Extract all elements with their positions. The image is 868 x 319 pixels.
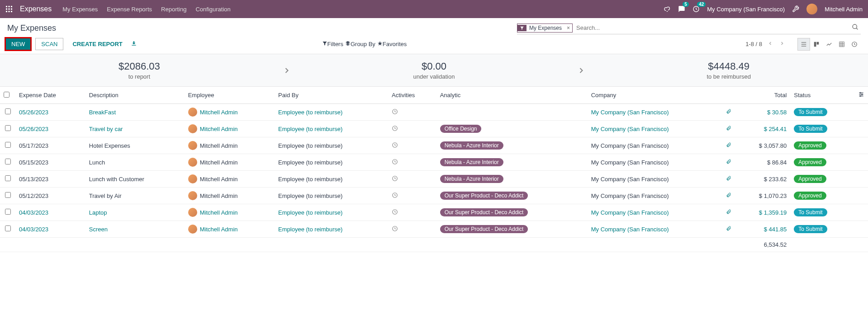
view-kanban-icon[interactable] <box>810 38 823 51</box>
shortcuts-icon[interactable] <box>664 5 671 13</box>
employee-name[interactable]: Mitchell Admin <box>200 209 238 216</box>
row-checkbox[interactable] <box>5 108 11 114</box>
analytic-tag[interactable]: Nebula - Azure Interior <box>440 175 503 183</box>
select-all-checkbox[interactable] <box>4 92 9 98</box>
employee-name[interactable]: Mitchell Admin <box>200 126 238 132</box>
clock-icon[interactable] <box>392 176 398 183</box>
company-cell[interactable]: My Company (San Francisco) <box>591 209 669 216</box>
filters-dropdown[interactable]: Filters <box>322 41 343 47</box>
clock-icon[interactable] <box>392 210 398 216</box>
analytic-tag[interactable]: Our Super Product - Deco Addict <box>440 225 528 233</box>
company-switcher[interactable]: My Company (San Francisco) <box>707 6 785 13</box>
row-checkbox[interactable] <box>5 175 11 181</box>
favorites-dropdown[interactable]: Favorites <box>377 41 407 47</box>
table-row[interactable]: 05/26/2023 BreakFast Mitchell Admin Empl… <box>0 104 868 121</box>
analytic-tag[interactable]: Nebula - Azure Interior <box>440 141 503 150</box>
optional-columns-icon[interactable] <box>854 87 868 104</box>
new-button[interactable]: NEW <box>6 38 30 50</box>
col-employee[interactable]: Employee <box>185 87 275 104</box>
row-checkbox[interactable] <box>5 209 11 215</box>
table-row[interactable]: 05/15/2023 Lunch Mitchell Admin Employee… <box>0 154 868 171</box>
apps-icon[interactable] <box>5 5 13 13</box>
pager-next-icon[interactable] <box>778 40 786 48</box>
paperclip-icon[interactable] <box>726 109 731 116</box>
pager-prev-icon[interactable] <box>767 40 774 48</box>
brand-title[interactable]: Expenses <box>20 5 52 13</box>
clock-icon[interactable] <box>392 143 398 150</box>
col-paid-by[interactable]: Paid By <box>275 87 388 104</box>
company-cell[interactable]: My Company (San Francisco) <box>591 226 669 233</box>
expense-date[interactable]: 04/03/2023 <box>19 209 48 216</box>
analytic-tag[interactable]: Nebula - Azure Interior <box>440 158 503 166</box>
table-row[interactable]: 04/03/2023 Screen Mitchell Admin Employe… <box>0 221 868 238</box>
expense-description[interactable]: BreakFast <box>89 109 116 116</box>
user-name[interactable]: Mitchell Admin <box>825 6 863 13</box>
expense-date[interactable]: 05/26/2023 <box>19 109 48 116</box>
user-avatar[interactable] <box>806 4 817 14</box>
paid-by[interactable]: Employee (to reimburse) <box>278 126 342 132</box>
nav-reporting[interactable]: Reporting <box>161 6 186 13</box>
paid-by[interactable]: Employee (to reimburse) <box>278 209 342 216</box>
paperclip-icon[interactable] <box>726 209 731 216</box>
nav-my-expenses[interactable]: My Expenses <box>62 6 98 13</box>
clock-icon[interactable] <box>392 160 398 166</box>
col-date[interactable]: Expense Date <box>15 87 85 104</box>
paperclip-icon[interactable] <box>726 126 731 132</box>
col-activities[interactable]: Activities <box>388 87 436 104</box>
table-row[interactable]: 05/26/2023 Travel by car Mitchell Admin … <box>0 121 868 137</box>
search-facet-remove[interactable]: × <box>564 25 572 31</box>
company-cell[interactable]: My Company (San Francisco) <box>591 109 669 116</box>
table-row[interactable]: 05/13/2023 Lunch with Customer Mitchell … <box>0 171 868 188</box>
nav-expense-reports[interactable]: Expense Reports <box>107 6 152 13</box>
row-checkbox[interactable] <box>5 159 11 164</box>
analytic-tag[interactable]: Our Super Product - Deco Addict <box>440 192 528 200</box>
expense-date[interactable]: 05/26/2023 <box>19 126 48 132</box>
clock-icon[interactable] <box>392 193 398 200</box>
messages-icon[interactable]: 5 <box>678 5 685 13</box>
col-status[interactable]: Status <box>790 87 854 104</box>
view-pivot-icon[interactable] <box>835 38 848 51</box>
download-icon[interactable] <box>131 40 137 48</box>
stat-to-reimburse[interactable]: $4448.49 to be reimbursed <box>589 54 868 86</box>
stat-under-validation[interactable]: $0.00 under validation <box>295 54 574 86</box>
paperclip-icon[interactable] <box>726 226 731 233</box>
view-list-icon[interactable] <box>797 38 810 51</box>
debug-icon[interactable] <box>792 5 799 13</box>
search-icon[interactable] <box>850 22 861 34</box>
row-checkbox[interactable] <box>5 192 11 198</box>
clock-icon[interactable] <box>392 109 398 116</box>
create-report-button[interactable]: CREATE REPORT <box>72 41 122 47</box>
expense-date[interactable]: 04/03/2023 <box>19 226 48 233</box>
table-row[interactable]: 05/17/2023 Hotel Expenses Mitchell Admin… <box>0 137 868 154</box>
table-row[interactable]: 05/12/2023 Travel by Air Mitchell Admin … <box>0 188 868 204</box>
employee-name[interactable]: Mitchell Admin <box>200 109 238 116</box>
row-checkbox[interactable] <box>5 142 11 148</box>
activities-icon[interactable]: 42 <box>693 5 700 13</box>
table-row[interactable]: 04/03/2023 Laptop Mitchell Admin Employe… <box>0 204 868 221</box>
paid-by[interactable]: Employee (to reimburse) <box>278 226 342 233</box>
paperclip-icon[interactable] <box>726 176 731 183</box>
analytic-tag[interactable]: Our Super Product - Deco Addict <box>440 208 528 216</box>
expense-description[interactable]: Laptop <box>89 209 107 216</box>
stat-to-report[interactable]: $2086.03 to report <box>0 54 279 86</box>
col-analytic[interactable]: Analytic <box>436 87 588 104</box>
row-checkbox[interactable] <box>5 225 11 231</box>
analytic-tag[interactable]: Office Design <box>440 125 482 133</box>
view-graph-icon[interactable] <box>823 38 835 51</box>
row-checkbox[interactable] <box>5 125 11 131</box>
company-cell[interactable]: My Company (San Francisco) <box>591 126 669 132</box>
view-activity-icon[interactable] <box>848 38 861 51</box>
clock-icon[interactable] <box>392 126 398 133</box>
scan-button[interactable]: SCAN <box>35 38 63 50</box>
col-description[interactable]: Description <box>85 87 185 104</box>
col-company[interactable]: Company <box>588 87 722 104</box>
pager-text[interactable]: 1-8 / 8 <box>745 41 762 47</box>
paperclip-icon[interactable] <box>726 142 731 149</box>
nav-configuration[interactable]: Configuration <box>195 6 230 13</box>
expense-description[interactable]: Travel by car <box>89 126 123 132</box>
employee-name[interactable]: Mitchell Admin <box>200 226 238 233</box>
col-total[interactable]: Total <box>735 87 791 104</box>
paid-by[interactable]: Employee (to reimburse) <box>278 109 342 116</box>
search-input[interactable] <box>573 23 850 33</box>
clock-icon[interactable] <box>392 226 398 233</box>
